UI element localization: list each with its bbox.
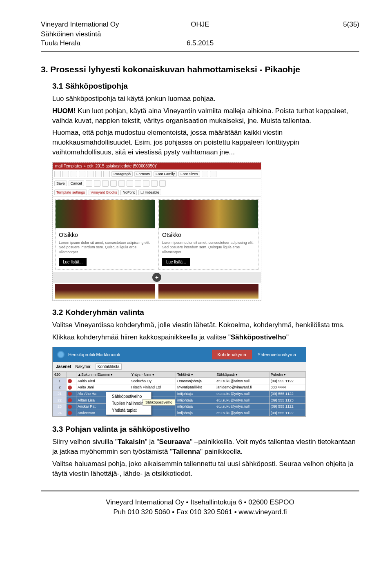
column-title[interactable]: Otsikko	[162, 232, 255, 238]
editor-toolbar-3: Template settings Vineyard Blocks NoFont…	[53, 188, 261, 197]
formats-select[interactable]: Formats	[134, 171, 152, 177]
column-text[interactable]: Lorem ipsum dolor sit amet, consectetuer…	[162, 241, 255, 255]
col-name[interactable]: ▲Sukunimi Etunimi ▾	[76, 372, 130, 378]
col-phone[interactable]: Puhelin ▾	[269, 372, 305, 378]
table-header-row: 620 ▲Sukunimi Etunimi ▾ Yritys - Nimi ▾ …	[53, 372, 306, 378]
align-justify-icon[interactable]	[103, 171, 110, 177]
editor-titlebar: mail Templates » edit '2015 asiakastiedo…	[53, 163, 261, 170]
align-right-icon[interactable]	[95, 171, 102, 177]
wine-image	[55, 284, 155, 299]
column-text[interactable]: Lorem ipsum dolor sit amet, consectetuer…	[59, 241, 151, 255]
fruit-image	[56, 200, 155, 228]
tool-icon[interactable]	[86, 180, 92, 187]
editor-screenshot: mail Templates » edit '2015 asiakastiedo…	[52, 162, 261, 301]
row-number: 24	[53, 410, 67, 416]
app-logo-icon	[57, 350, 65, 359]
jasenet-label: Jäsenet	[56, 364, 71, 369]
row-number: 1	[53, 378, 67, 384]
cell-phone: (09) 555 1122	[269, 390, 305, 397]
tool-icon[interactable]	[118, 180, 125, 187]
content-column[interactable]: Otsikko Lorem ipsum dolor sit amet, cons…	[158, 199, 258, 270]
footer-rule	[41, 491, 359, 491]
tool-icon[interactable]	[110, 180, 117, 187]
paragraph-select[interactable]: Paragraph	[111, 171, 133, 177]
save-button[interactable]: Save	[54, 181, 67, 186]
tool-icon[interactable]	[159, 180, 166, 187]
editor-canvas[interactable]: Otsikko Lorem ipsum dolor sit amet, cons…	[53, 197, 261, 272]
tool-icon[interactable]	[127, 180, 133, 187]
fontfamily-select[interactable]: Font Family	[154, 171, 177, 177]
person-icon	[68, 411, 72, 415]
header-row3: Tuula Herala 6.5.2015	[41, 39, 359, 47]
table-row[interactable]: 23Anckar Patintijohtajaetu.suku@yritys.n…	[53, 403, 306, 410]
row-number: 21	[53, 390, 67, 397]
color-icon[interactable]	[202, 171, 208, 177]
nakyma-select[interactable]: Kontaktilista	[96, 364, 122, 370]
tool-icon[interactable]	[94, 180, 100, 187]
row-icon-cell	[67, 390, 76, 397]
cell-role: intijohtaja	[176, 390, 215, 397]
cancel-button[interactable]: Cancel	[69, 181, 84, 186]
col-count[interactable]: 620	[53, 372, 67, 378]
section-3-1-title: 3.1 Sähköpostipohja	[52, 82, 359, 91]
col-company[interactable]: Yritys - Nimi ▾	[130, 372, 176, 378]
cell-role: Myyntipäällikkö	[176, 384, 215, 391]
table-row[interactable]: 24Anderssonintijohtajaetu.suku@yritys.nu…	[53, 410, 306, 416]
tool-icon[interactable]	[135, 180, 141, 187]
underline-icon[interactable]	[71, 171, 77, 177]
header-rule	[41, 51, 359, 52]
content-column[interactable]: Otsikko Lorem ipsum dolor sit amet, cons…	[55, 199, 155, 270]
footer-line2: Puh 010 320 5060 • Fax 010 320 5061 • ww…	[41, 507, 359, 517]
add-block-bar[interactable]: +	[53, 272, 261, 283]
fontsize-select[interactable]: Font Sizes	[178, 171, 200, 177]
s33-p1: Siirry velhon sivuilla "Takaisin" ja "Se…	[52, 437, 359, 457]
tab-yhteenveto[interactable]: Yhteenvetonäkymä	[252, 350, 302, 359]
col-email[interactable]: Sähköposti ▾	[215, 372, 270, 378]
nakyma-label: Näkymä:	[75, 364, 91, 369]
contacts-table: 620 ▲Sukunimi Etunimi ▾ Yritys - Nimi ▾ …	[53, 371, 306, 416]
tool-icon[interactable]	[143, 180, 149, 187]
readmore-button[interactable]: Lue lisää...	[59, 258, 87, 266]
hideable-checkbox[interactable]: ☐ Hideable	[138, 190, 161, 195]
cell-phone: 333 4444	[269, 384, 305, 391]
table-row[interactable]: 2Aalto JaniHitech Finland LtdMyyntipääll…	[53, 384, 306, 391]
row-number: 22	[53, 397, 67, 404]
readmore-button[interactable]: Lue lisää...	[162, 258, 190, 266]
nofont-button[interactable]: NoFont	[120, 190, 137, 195]
align-left-icon[interactable]	[79, 171, 85, 177]
align-center-icon[interactable]	[87, 171, 94, 177]
tool-icon[interactable]	[151, 180, 158, 187]
plus-icon[interactable]: +	[152, 273, 161, 282]
cell-phone: (09) 555 1123	[269, 397, 305, 404]
header-date: 6.5.2015	[147, 39, 253, 47]
row-icon-cell	[67, 410, 76, 416]
person-icon	[68, 386, 72, 390]
tooltip: Sähköpostivelho	[143, 399, 175, 406]
cell-phone: (09) 555 1122	[269, 410, 305, 416]
wine-image	[158, 284, 258, 299]
col-role[interactable]: Tehtävä ▾	[176, 372, 215, 378]
column-title[interactable]: Otsikko	[59, 232, 151, 238]
ctx-yhdista-tuplat[interactable]: Yhdistä tuplat	[107, 407, 150, 414]
table-row[interactable]: 1Aaltio KirsiSodexho OyOsastonjohtajaetu…	[53, 378, 306, 384]
italic-icon[interactable]	[62, 171, 69, 177]
table-row[interactable]: 21Ala-Aho Haintijohtajaetu.suku@yritys.n…	[53, 390, 306, 397]
bgcolor-icon[interactable]	[210, 171, 216, 177]
tab-kohdenakyma[interactable]: Kohdenäkymä	[212, 350, 252, 359]
template-settings-button[interactable]: Template settings	[54, 190, 87, 195]
table-row[interactable]: 22Alftan Lisaintijohtajaetu.suku@yritys.…	[53, 397, 306, 404]
cell-company: Sodexho Oy	[130, 378, 176, 384]
row-icon-cell	[67, 403, 76, 410]
tool-icon[interactable]	[102, 180, 109, 187]
row-icon-cell	[67, 384, 76, 391]
bold-icon[interactable]	[54, 171, 61, 177]
vineyard-blocks-button[interactable]: Vineyard Blocks	[89, 190, 119, 195]
person-icon	[68, 379, 72, 383]
cell-email: etu.suku@yritys.null	[215, 390, 270, 397]
cell-company: Hitech Finland Ltd	[130, 384, 176, 391]
page-footer: Vineyard International Oy • Itsehallinto…	[41, 497, 359, 517]
cell-name: Aalto Jani	[76, 384, 130, 391]
cell-role: Osastonjohtaja	[176, 378, 215, 384]
cell-phone: (09) 555 1122	[269, 378, 305, 384]
row-icon-cell	[67, 397, 76, 404]
